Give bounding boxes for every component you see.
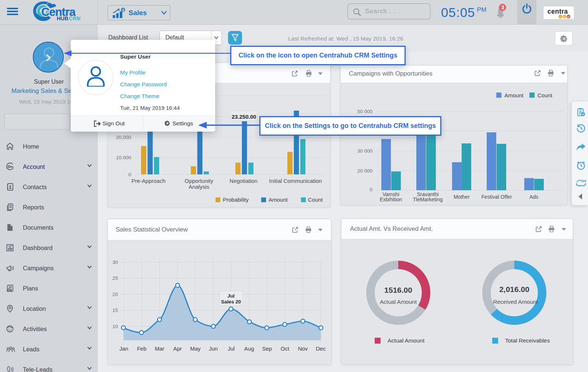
svg-text:Negotiation: Negotiation — [230, 178, 258, 184]
svg-text:Opportunity: Opportunity — [185, 178, 213, 184]
svg-text:h: h — [560, 15, 561, 18]
svg-text:Apr: Apr — [173, 345, 182, 352]
svg-text:20,000: 20,000 — [116, 135, 131, 140]
svg-text:20 000: 20 000 — [357, 168, 372, 174]
svg-text:30 000: 30 000 — [357, 148, 372, 154]
svg-text:Count: Count — [308, 197, 323, 203]
svg-text:CRM: CRM — [69, 15, 80, 21]
svg-text:2,016.00: 2,016.00 — [499, 285, 529, 293]
svg-text:0: 0 — [128, 172, 131, 177]
svg-text:Sales 20: Sales 20 — [221, 299, 241, 305]
svg-text:Sep: Sep — [262, 345, 272, 352]
svg-text:10.000: 10.000 — [116, 155, 131, 160]
svg-text:Exbihition: Exbihition — [380, 197, 402, 202]
svg-text:10: 10 — [112, 324, 118, 329]
svg-text:Jun: Jun — [209, 345, 218, 352]
svg-text:Initial Communication: Initial Communication — [269, 178, 322, 184]
svg-text:Feb: Feb — [137, 345, 147, 352]
svg-text:Aug: Aug — [244, 345, 254, 352]
svg-text:Probability: Probability — [223, 197, 249, 203]
svg-text:Analysis: Analysis — [189, 184, 209, 190]
svg-text:Received Amount: Received Amount — [493, 299, 538, 305]
svg-text:50 000: 50 000 — [357, 109, 372, 114]
svg-text:Nov: Nov — [298, 345, 308, 352]
svg-text:360°: 360° — [581, 179, 587, 183]
svg-text:15: 15 — [112, 307, 118, 313]
svg-text:25: 25 — [112, 275, 118, 281]
svg-text:3: 3 — [501, 4, 504, 10]
svg-text:Pre-Approach: Pre-Approach — [132, 178, 166, 184]
svg-text:Actual Amount: Actual Amount — [380, 299, 417, 305]
svg-text:Festival Offer: Festival Offer — [482, 194, 512, 200]
svg-text:Jan: Jan — [119, 345, 128, 352]
svg-text:30: 30 — [112, 260, 118, 265]
svg-text:0: 0 — [370, 187, 372, 192]
svg-text:Total Receivables: Total Receivables — [505, 337, 550, 344]
svg-text:Dec: Dec — [316, 345, 326, 352]
svg-text:Oct: Oct — [281, 345, 290, 352]
svg-text:1516.00: 1516.00 — [384, 286, 412, 294]
svg-text:Jul: Jul — [228, 345, 235, 352]
svg-text:Amount: Amount — [504, 92, 524, 98]
svg-text:Count: Count — [538, 92, 553, 98]
svg-text:Mar: Mar — [155, 345, 164, 352]
svg-text:20: 20 — [112, 292, 118, 297]
svg-text:TleMarketing: TleMarketing — [413, 197, 443, 202]
svg-text:Ads: Ads — [529, 194, 538, 200]
svg-text:May: May — [190, 345, 201, 352]
svg-text:Mother: Mother — [454, 194, 470, 200]
svg-text:23.250.00: 23.250.00 — [232, 114, 256, 120]
svg-text:m: m — [567, 15, 570, 18]
svg-text:Jul: Jul — [227, 293, 235, 299]
svg-text:c: c — [563, 15, 565, 18]
svg-text:Amount: Amount — [269, 197, 288, 203]
svg-text:Actual Amount: Actual Amount — [388, 337, 425, 344]
svg-text:HUB: HUB — [57, 15, 68, 21]
svg-text:$: $ — [122, 8, 125, 12]
